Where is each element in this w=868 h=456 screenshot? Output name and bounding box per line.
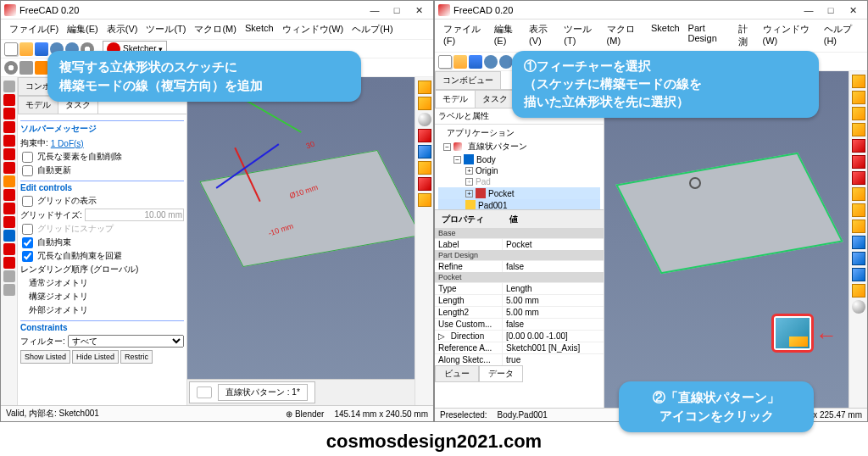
- fillet-feat-icon[interactable]: [852, 187, 865, 201]
- pocket-icon[interactable]: [852, 139, 865, 153]
- construct-mode-icon[interactable]: [3, 230, 15, 242]
- blue-icon[interactable]: [418, 145, 431, 158]
- menu-sketch[interactable]: Sketch: [648, 21, 683, 50]
- status-nav[interactable]: ⊕ Blender: [286, 409, 324, 419]
- menu-macro[interactable]: マクロ(M): [604, 21, 646, 50]
- menu-view[interactable]: 表示(V): [103, 21, 142, 37]
- menu-file[interactable]: ファイル(F): [6, 21, 62, 37]
- undo-icon[interactable]: [484, 55, 498, 69]
- red-icon[interactable]: [418, 129, 431, 142]
- point-icon[interactable]: [3, 81, 15, 92]
- show-grid-check[interactable]: [22, 196, 33, 207]
- combo-tab-combo[interactable]: コンボビュー: [435, 71, 501, 89]
- menu-file[interactable]: ファイル(F): [440, 21, 489, 50]
- close-button[interactable]: ✕: [842, 2, 864, 19]
- maximize-button[interactable]: □: [386, 2, 408, 19]
- ball-icon[interactable]: [418, 113, 431, 126]
- combo-tab-model[interactable]: モデル: [435, 90, 476, 108]
- arc-icon[interactable]: [3, 108, 15, 120]
- filter-select[interactable]: すべて: [68, 335, 184, 348]
- polyline-icon[interactable]: [3, 135, 15, 147]
- tree-node-pocket[interactable]: +Pocket: [438, 187, 600, 199]
- prop-tab-data[interactable]: データ: [479, 365, 523, 382]
- avoid-redundant-check[interactable]: [22, 251, 33, 262]
- cube3-icon[interactable]: [418, 161, 431, 175]
- save-icon[interactable]: [35, 42, 48, 56]
- groove-icon[interactable]: [852, 171, 865, 185]
- menu-bar[interactable]: ファイル(F) 編集(E) 表示(V) ツール(T) マクロ(M) Sketch…: [435, 19, 867, 53]
- auto-update-check[interactable]: [22, 165, 33, 176]
- menu-sketch[interactable]: Sketch: [242, 21, 277, 37]
- constraint-v-icon[interactable]: [3, 243, 15, 255]
- extend-icon[interactable]: [3, 203, 15, 214]
- menu-edit[interactable]: 編集(E): [491, 21, 524, 50]
- multi-transform-icon[interactable]: [852, 284, 865, 298]
- revolve-icon[interactable]: [852, 107, 865, 120]
- save-icon[interactable]: [469, 55, 482, 69]
- view-icon-1[interactable]: [19, 61, 33, 75]
- rect-icon[interactable]: [3, 148, 15, 160]
- chamfer-icon[interactable]: [852, 203, 865, 217]
- cube4-icon[interactable]: [418, 193, 431, 207]
- auto-remove-redundant-check[interactable]: [22, 152, 33, 163]
- menu-help[interactable]: ヘルプ(H): [348, 21, 396, 37]
- minimize-button[interactable]: ―: [798, 2, 820, 19]
- 3d-viewport-left[interactable]: Ø10 mm -10 mm 30 直線状パターン : 1*: [187, 77, 415, 405]
- tree-node-pad[interactable]: +Pad: [438, 176, 600, 187]
- menu-macro[interactable]: マクロ(M): [191, 21, 240, 37]
- 3d-viewport-right[interactable]: [604, 71, 849, 408]
- menu-bar[interactable]: ファイル(F) 編集(E) 表示(V) ツール(T) マクロ(M) Sketch…: [1, 19, 433, 40]
- menu-tools[interactable]: ツール(T): [560, 21, 601, 50]
- pad-icon[interactable]: [852, 91, 865, 104]
- hole-icon[interactable]: [852, 155, 865, 169]
- geom-construct[interactable]: 構築ジオメトリ: [29, 291, 88, 303]
- dof-link[interactable]: 1 DoF(s): [51, 139, 84, 148]
- tree-node-origin[interactable]: +Origin: [438, 165, 600, 176]
- show-listed-button[interactable]: Show Listed: [20, 350, 70, 364]
- open-icon[interactable]: [19, 42, 33, 56]
- geom-normal[interactable]: 通常ジオメトリ: [29, 277, 88, 289]
- fillet-icon[interactable]: [3, 175, 15, 187]
- constraint-h-icon[interactable]: [3, 257, 15, 269]
- close-button[interactable]: ✕: [408, 2, 430, 19]
- menu-window[interactable]: ウィンドウ(W): [279, 21, 348, 37]
- geom-external[interactable]: 外部ジオメトリ: [29, 304, 88, 316]
- circle-icon[interactable]: [3, 121, 15, 133]
- auto-constraint-check[interactable]: [22, 237, 33, 248]
- line-icon[interactable]: [3, 94, 15, 106]
- grid-size-input[interactable]: [85, 209, 184, 221]
- mirror-icon[interactable]: [852, 236, 865, 249]
- external-icon[interactable]: [3, 216, 15, 228]
- constraint-e-icon[interactable]: [3, 284, 15, 296]
- tree-node-doc[interactable]: −直線状パターン: [438, 140, 600, 153]
- trim-icon[interactable]: [3, 189, 15, 201]
- doc-tab[interactable]: 直線状パターン : 1*: [189, 381, 315, 403]
- loft-icon[interactable]: [852, 123, 865, 136]
- cube2-icon[interactable]: [418, 97, 431, 110]
- view-icon-2[interactable]: [35, 61, 48, 75]
- combo-tab-task[interactable]: タスク: [475, 90, 515, 108]
- body-icon[interactable]: [852, 75, 865, 88]
- slot-icon[interactable]: [3, 162, 15, 174]
- hide-listed-button[interactable]: Hide Listed: [72, 350, 119, 364]
- new-doc-icon[interactable]: [438, 55, 452, 69]
- tree-node-body[interactable]: −Body: [438, 153, 600, 165]
- prop-tab-view[interactable]: ビュー: [435, 365, 479, 382]
- restrict-button[interactable]: Restric: [120, 350, 153, 364]
- red2-icon[interactable]: [418, 177, 431, 191]
- menu-partdesign[interactable]: Part Design: [685, 21, 733, 50]
- tree-node-application[interactable]: アプリケーション: [438, 126, 600, 140]
- snap-grid-check[interactable]: [22, 224, 33, 235]
- zoom-fit-icon[interactable]: [4, 61, 18, 75]
- cube-icon[interactable]: [418, 81, 431, 94]
- open-icon[interactable]: [453, 55, 467, 69]
- polar-pattern-icon[interactable]: [852, 268, 865, 281]
- menu-tools[interactable]: ツール(T): [142, 21, 189, 37]
- minimize-button[interactable]: ―: [364, 2, 386, 19]
- menu-help[interactable]: ヘルプ(H): [821, 21, 862, 50]
- maximize-button[interactable]: □: [820, 2, 842, 19]
- redo-icon[interactable]: [499, 55, 513, 69]
- menu-view[interactable]: 表示(V): [526, 21, 559, 50]
- constraint-p-icon[interactable]: [3, 270, 15, 282]
- menu-edit[interactable]: 編集(E): [64, 21, 102, 37]
